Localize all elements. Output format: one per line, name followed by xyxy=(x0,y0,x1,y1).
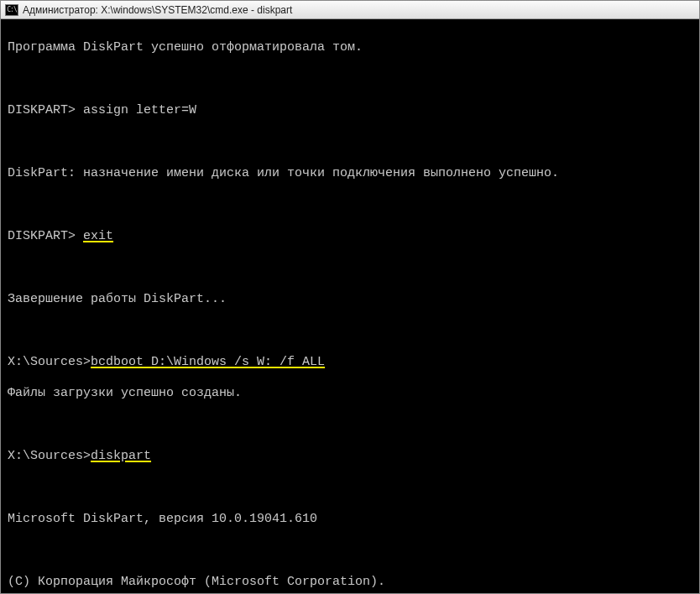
titlebar[interactable]: C:\ Администратор: X:\windows\SYSTEM32\c… xyxy=(1,1,699,19)
blank-line xyxy=(8,323,692,339)
sources-prompt: X:\Sources> xyxy=(8,355,91,369)
terminal-output[interactable]: Программа DiskPart успешно отформатирова… xyxy=(1,19,699,593)
blank-line xyxy=(8,544,692,560)
prompt-line: X:\Sources>diskpart xyxy=(8,449,692,465)
prompt-line: DISKPART> exit xyxy=(8,229,692,245)
blank-line xyxy=(8,71,692,87)
output-line: Файлы загрузки успешно созданы. xyxy=(8,386,692,402)
blank-line xyxy=(8,260,692,276)
output-line: Microsoft DiskPart, версия 10.0.19041.61… xyxy=(8,512,692,528)
prompt-line: DISKPART> assign letter=W xyxy=(8,103,692,119)
blank-line xyxy=(8,197,692,213)
cmd-window: C:\ Администратор: X:\windows\SYSTEM32\c… xyxy=(0,0,700,594)
prompt-line: X:\Sources>bcdboot D:\Windows /s W: /f A… xyxy=(8,355,692,371)
window-title: Администратор: X:\windows\SYSTEM32\cmd.e… xyxy=(23,4,292,16)
sources-prompt: X:\Sources> xyxy=(8,449,91,463)
diskpart-prompt: DISKPART> xyxy=(8,103,83,117)
output-line: Программа DiskPart успешно отформатирова… xyxy=(8,40,692,56)
blank-line xyxy=(8,418,692,434)
output-line: DiskPart: назначение имени диска или точ… xyxy=(8,166,692,182)
command-text-highlighted: diskpart xyxy=(91,449,151,463)
output-line: (C) Корпорация Майкрософт (Microsoft Cor… xyxy=(8,575,692,591)
command-text-highlighted: bcdboot D:\Windows /s W: /f ALL xyxy=(91,355,325,369)
command-text-highlighted: exit xyxy=(83,229,113,243)
cmd-icon: C:\ xyxy=(5,4,18,16)
diskpart-prompt: DISKPART> xyxy=(8,229,83,243)
blank-line xyxy=(8,134,692,150)
command-text: assign letter=W xyxy=(83,103,196,117)
blank-line xyxy=(8,481,692,497)
output-line: Завершение работы DiskPart... xyxy=(8,292,692,308)
